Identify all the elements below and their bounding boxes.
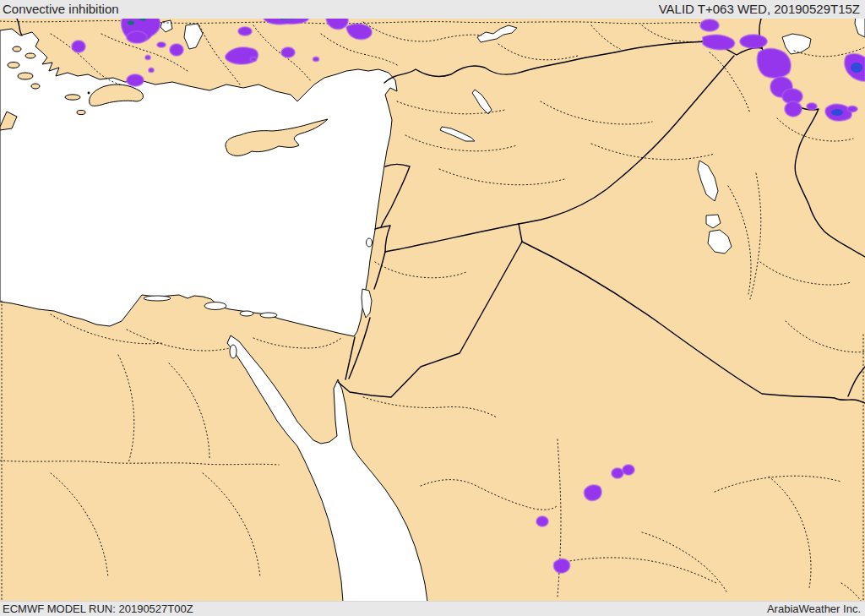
aegean-islet — [8, 63, 19, 68]
aegean-islet — [18, 73, 33, 79]
model-run-label: ECMWF MODEL RUN: 20190527T00Z — [0, 602, 198, 616]
aegean-islet — [31, 84, 40, 89]
delta-lagoon — [144, 296, 171, 301]
bottom-bar: ECMWF MODEL RUN: 20190527T00Z ArabiaWeat… — [0, 601, 865, 616]
aegean-islet — [77, 110, 85, 114]
aegean-islet — [25, 53, 35, 58]
aegean-islet — [65, 95, 80, 100]
small-islet-dot — [88, 92, 90, 95]
map-canvas — [0, 19, 865, 602]
delta-lagoon — [260, 313, 277, 318]
aegean-islet — [13, 46, 21, 52]
sea-of-galilee — [367, 238, 373, 247]
provider-label: ArabiaWeather Inc. — [764, 602, 865, 616]
valid-time-label: VALID T+063 WED, 20190529T15Z — [656, 2, 865, 18]
delta-lagoon — [204, 303, 226, 310]
weather-map-window: Convective inhibition VALID T+063 WED, 2… — [0, 0, 865, 616]
delta-lagoon — [240, 311, 253, 316]
bitter-lakes — [230, 345, 237, 358]
top-bar: Convective inhibition VALID T+063 WED, 2… — [0, 0, 865, 19]
map-title: Convective inhibition — [0, 2, 124, 18]
